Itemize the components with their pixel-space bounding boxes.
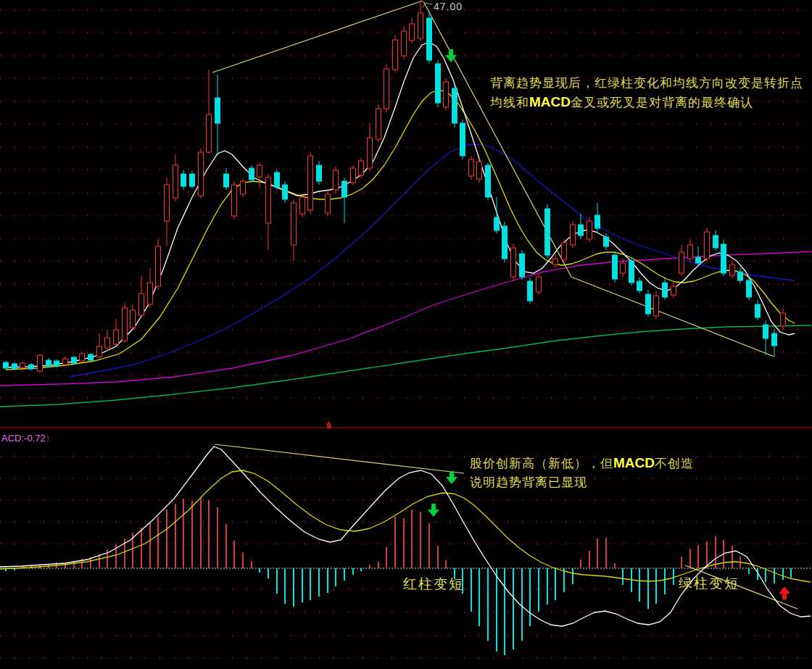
annotation-macd-line2: 说明趋势背离已显现 — [470, 473, 694, 492]
annotation-macd: 股价创新高（新低），但MACD不创造 说明趋势背离已显现 — [470, 454, 694, 492]
annotation-top: 背离趋势显现后，红绿柱变化和均线方向改变是转折点 均线和MACD金叉或死叉是对背… — [490, 74, 803, 112]
macd-up-arrow-icon: ↑ — [46, 433, 51, 444]
annotation-top-line1: 背离趋势显现后，红绿柱变化和均线方向改变是转折点 — [490, 74, 803, 93]
annotation-macd-line1: 股价创新高（新低），但MACD不创造 — [470, 454, 694, 473]
peak-price-label: 47.00 — [434, 1, 463, 12]
macd-value-label: ACD:-0.72↑ — [1, 433, 50, 444]
green-bars-shrink-label: 绿柱变短 — [679, 574, 740, 593]
macd-keyword: MACD — [529, 94, 571, 109]
trading-chart-screen: 47.00 背离趋势显现后，红绿柱变化和均线方向改变是转折点 均线和MACD金叉… — [0, 0, 812, 669]
annotation-top-line2: 均线和MACD金叉或死叉是对背离的最终确认 — [490, 93, 803, 112]
red-bars-shrink-label: 红柱变短 — [403, 575, 464, 594]
separator-marker: ŝ — [326, 420, 331, 431]
macd-keyword: MACD — [613, 455, 655, 470]
